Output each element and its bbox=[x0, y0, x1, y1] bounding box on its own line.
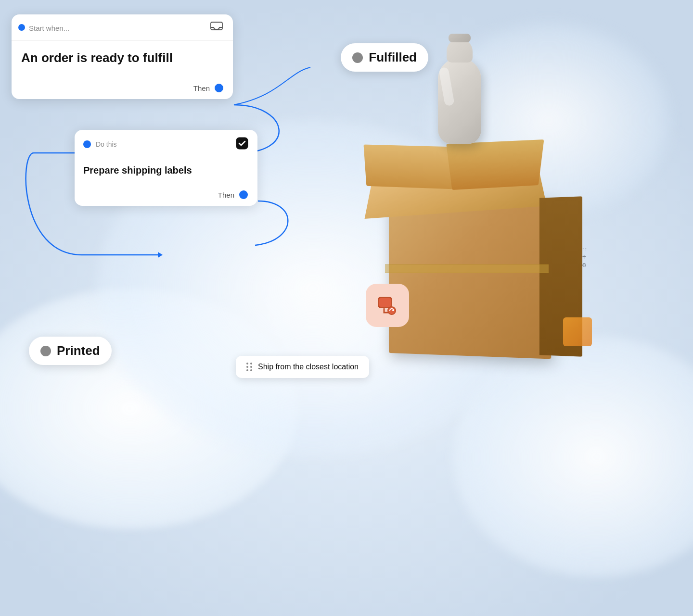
then-dot-dothis bbox=[239, 190, 248, 199]
then-label-start: Then bbox=[193, 84, 210, 92]
trigger-text: An order is ready to fulfill bbox=[21, 50, 223, 65]
start-when-label: Start when... bbox=[29, 24, 69, 32]
svg-point-6 bbox=[388, 307, 396, 314]
start-card-body: An order is ready to fulfill bbox=[12, 41, 233, 79]
dothis-connector-dot bbox=[83, 140, 91, 148]
svg-rect-5 bbox=[379, 298, 391, 307]
automation-icon bbox=[375, 293, 399, 317]
drag-icon bbox=[246, 363, 252, 371]
drag-dot-5 bbox=[246, 369, 248, 371]
fulfilled-dot bbox=[352, 52, 363, 63]
fulfilled-badge: Fulfilled bbox=[341, 43, 428, 72]
then-dot-start bbox=[215, 84, 223, 92]
drag-dot-4 bbox=[250, 366, 252, 368]
then-row-start: Then bbox=[12, 79, 233, 99]
drag-dot-6 bbox=[250, 369, 252, 371]
printed-badge: Printed bbox=[29, 337, 112, 365]
ship-from-pill: Ship from the closest location bbox=[236, 356, 369, 378]
dothis-card-body: Prepare shipping labels bbox=[75, 157, 257, 186]
dothis-label: Do this bbox=[96, 140, 117, 148]
inbox-icon bbox=[210, 21, 223, 35]
dothis-action-text: Prepare shipping labels bbox=[83, 165, 249, 176]
svg-rect-8 bbox=[236, 138, 248, 149]
dothis-card: Do this Prepare shipping labels Then bbox=[75, 130, 257, 206]
ship-from-label: Ship from the closest location bbox=[258, 363, 359, 371]
printed-label: Printed bbox=[57, 343, 100, 358]
then-row-dothis: Then bbox=[75, 186, 257, 206]
fulfilled-label: Fulfilled bbox=[369, 50, 417, 65]
drag-dot-3 bbox=[246, 366, 248, 368]
shopify-dot bbox=[18, 24, 25, 31]
then-label-dothis: Then bbox=[218, 191, 234, 199]
drag-dot-1 bbox=[246, 363, 248, 365]
dothis-card-header: Do this bbox=[75, 130, 257, 157]
bottle-illustration bbox=[428, 29, 491, 154]
printed-dot bbox=[40, 346, 51, 356]
check-icon bbox=[235, 137, 249, 152]
automation-icon-badge bbox=[366, 284, 409, 327]
svg-rect-7 bbox=[211, 22, 222, 30]
start-card-header: Start when... bbox=[12, 14, 233, 41]
start-when-card: Start when... An order is ready to fulfi… bbox=[12, 14, 233, 99]
drag-dot-2 bbox=[250, 363, 252, 365]
